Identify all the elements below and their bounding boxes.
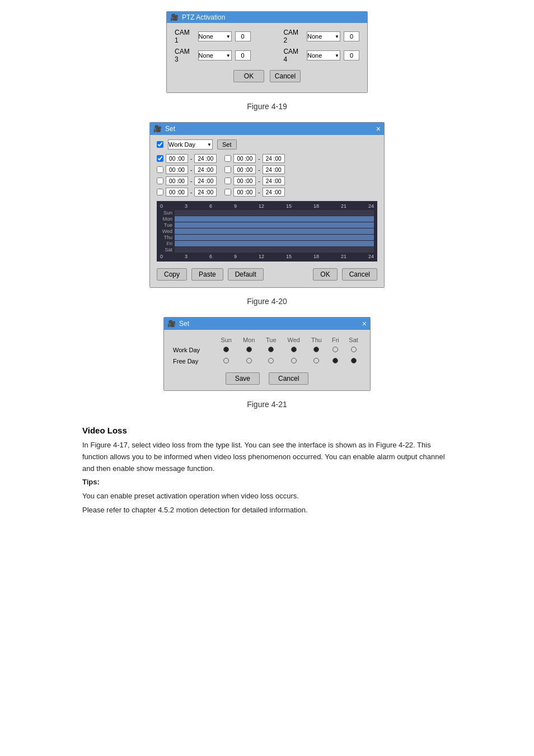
time-cb-r3[interactable] (224, 178, 231, 184)
time-start-l1[interactable] (166, 154, 188, 163)
time-cb-l4[interactable] (157, 189, 163, 195)
radio-wd-thu (313, 347, 319, 352)
set-titlebar-fig20: 🎥 Set × (150, 123, 384, 135)
ptz-cancel-button[interactable]: Cancel (270, 70, 301, 82)
time-start-l2[interactable] (166, 165, 188, 174)
wd-sun (216, 344, 237, 356)
timeline-fri: Fri (160, 241, 374, 246)
sep-l1: - (190, 156, 192, 162)
figure21-caption: Figure 4-21 (247, 400, 287, 409)
cam1-select[interactable]: None (198, 31, 232, 41)
fd-tue (260, 356, 282, 367)
time-start-r4[interactable] (233, 188, 256, 197)
axis-b6: 6 (209, 254, 212, 259)
tips-label: Tips: (82, 477, 452, 488)
timeline-rows: Sun Mon Tue Wed (160, 210, 374, 253)
cam1-num-input[interactable] (235, 31, 251, 41)
figure19-caption: Figure 4-19 (247, 102, 287, 111)
time-cb-l1[interactable] (157, 155, 163, 162)
day-label-wed: Wed (160, 228, 172, 234)
set-dialog-title: Set (165, 125, 175, 133)
time-cb-l3[interactable] (157, 178, 163, 184)
wd-tue (260, 344, 282, 356)
radio-wd-tue (268, 347, 274, 352)
time-end-r1[interactable] (263, 154, 285, 163)
time-start-r3[interactable] (233, 176, 256, 185)
fd-sat (344, 356, 363, 367)
time-row-left-4: - (157, 188, 217, 197)
set2-save-button[interactable]: Save (226, 372, 260, 385)
time-cb-l2[interactable] (157, 166, 163, 173)
cam4-select[interactable]: None (307, 50, 340, 60)
time-start-r2[interactable] (233, 165, 256, 174)
cam3-select[interactable]: None (198, 50, 232, 60)
set2-table: Sun Mon Tue Wed Thu Fri Sat Work Day (171, 335, 363, 367)
axis-b12: 12 (259, 254, 264, 259)
ptz-body: CAM 1 None ▼ CAM 2 None ▼ (167, 23, 367, 92)
time-cb-r2[interactable] (224, 166, 231, 173)
axis-15: 15 (286, 203, 292, 209)
video-loss-para1: In Figure 4-17, select video loss from t… (82, 440, 452, 474)
axis-21: 21 (341, 203, 346, 209)
ptz-cam-row-1: CAM 1 None ▼ CAM 2 None ▼ (175, 29, 359, 44)
wd-mon (237, 344, 261, 356)
time-start-l3[interactable] (166, 176, 188, 185)
time-row-right-4: - (224, 188, 284, 197)
time-end-l2[interactable] (194, 165, 217, 174)
cam2-select[interactable]: None (307, 31, 340, 41)
timeline-thu: Thu (160, 235, 374, 240)
timeline-container: 0 3 6 9 12 15 18 21 24 Sun Mon (157, 201, 377, 262)
set-close-icon[interactable]: × (376, 124, 381, 133)
radio-fd-sun (223, 358, 229, 363)
time-end-l1[interactable] (194, 154, 217, 163)
timeline-bar-fri (175, 241, 374, 246)
copy-button[interactable]: Copy (157, 268, 187, 281)
set-ok-button[interactable]: OK (313, 268, 337, 281)
cam2-num-input[interactable] (344, 31, 359, 41)
set-set-button[interactable]: Set (217, 139, 237, 150)
workday-select[interactable]: Work Day (168, 139, 213, 150)
axis-24: 24 (368, 203, 374, 209)
set-checkbox[interactable] (157, 141, 163, 148)
time-end-r2[interactable] (263, 165, 285, 174)
time-end-l3[interactable] (194, 176, 217, 185)
day-label-fri: Fri (160, 241, 172, 246)
axis-b21: 21 (341, 254, 346, 259)
set2-cancel-button[interactable]: Cancel (269, 372, 308, 385)
radio-fd-sat (351, 358, 357, 363)
timeline-bar-sun (175, 210, 374, 216)
time-rows-container: - - - (157, 154, 377, 197)
time-start-r1[interactable] (233, 154, 256, 163)
col-fri: Fri (327, 335, 344, 344)
timeline-bar-mon (175, 216, 374, 222)
fd-wed (282, 356, 306, 367)
time-cb-r1[interactable] (224, 155, 231, 162)
ptz-ok-button[interactable]: OK (233, 70, 264, 82)
set-bottom-buttons: Copy Paste Default OK Cancel (157, 266, 377, 283)
wd-fri (327, 344, 344, 356)
ptz-title: PTZ Activation (182, 13, 225, 21)
time-cb-r4[interactable] (224, 189, 231, 195)
time-row-left-3: - (157, 176, 217, 185)
time-end-r3[interactable] (263, 176, 285, 185)
wd-sat (344, 344, 363, 356)
axis-18: 18 (313, 203, 319, 209)
cam4-num-input[interactable] (344, 50, 359, 60)
fd-fri (327, 356, 344, 367)
sep-r4: - (258, 189, 260, 195)
time-end-r4[interactable] (263, 188, 285, 197)
timeline-wed: Wed (160, 228, 374, 234)
paste-button[interactable]: Paste (191, 268, 223, 281)
set2-close-icon[interactable]: × (362, 319, 367, 328)
time-end-l4[interactable] (194, 188, 217, 197)
default-button[interactable]: Default (228, 268, 264, 281)
cam3-num-input[interactable] (235, 50, 251, 60)
axis-6: 6 (209, 203, 212, 209)
set-cancel-button[interactable]: Cancel (342, 268, 377, 281)
axis-12: 12 (259, 203, 264, 209)
time-start-l4[interactable] (166, 188, 188, 197)
set2-empty-header (171, 335, 216, 344)
timeline-sat: Sat (160, 247, 374, 253)
axis-b9: 9 (234, 254, 237, 259)
axis-9: 9 (234, 203, 237, 209)
